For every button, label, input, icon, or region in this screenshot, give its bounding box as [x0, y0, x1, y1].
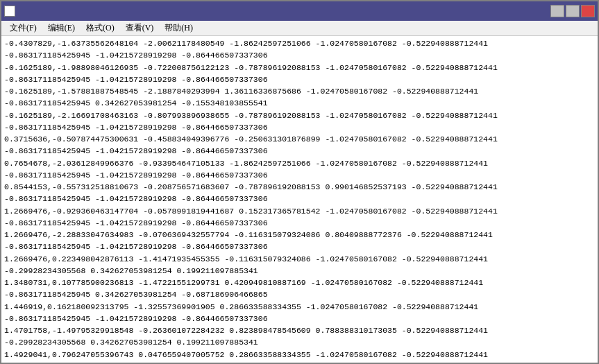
title-bar [1, 1, 598, 21]
menu-format[interactable]: 格式(O) [81, 21, 120, 35]
menu-bar: 文件(F) 编辑(E) 格式(O) 查看(V) 帮助(H) [1, 21, 598, 36]
title-bar-left [4, 6, 18, 17]
close-button[interactable] [581, 5, 595, 17]
maximize-button[interactable] [566, 5, 580, 17]
menu-file[interactable]: 文件(F) [4, 21, 42, 35]
menu-edit[interactable]: 编辑(E) [42, 21, 81, 35]
minimize-button[interactable] [550, 5, 564, 17]
window-controls [550, 5, 595, 17]
menu-view[interactable]: 查看(V) [120, 21, 160, 35]
menu-help[interactable]: 帮助(H) [159, 21, 199, 35]
notepad-window: 文件(F) 编辑(E) 格式(O) 查看(V) 帮助(H) -0.4307829… [0, 0, 599, 364]
text-content[interactable]: -0.4307829,-1.63735562648104 -2.00621178… [1, 36, 598, 363]
app-icon [4, 6, 15, 17]
